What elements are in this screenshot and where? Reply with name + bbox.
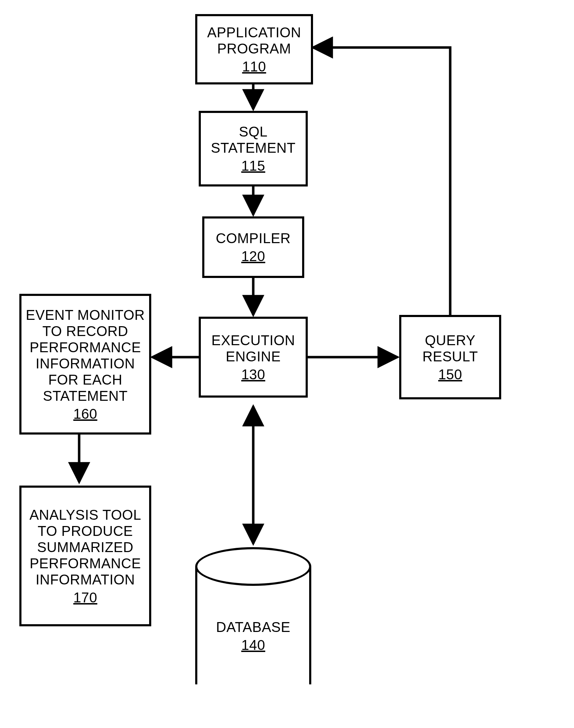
node-ref: 150 [438,367,462,382]
node-ref: 140 [241,637,265,653]
node-label: APPLICATIONPROGRAM [207,24,301,57]
node-application-program: APPLICATIONPROGRAM 110 [195,14,313,84]
node-event-monitor: EVENT MONITORTO RECORDPERFORMANCEINFORMA… [19,294,151,435]
node-label: SQLSTATEMENT [211,124,296,156]
node-execution-engine: EXECUTIONENGINE 130 [199,317,308,398]
node-analysis-tool: ANALYSIS TOOLTO PRODUCESUMMARIZEDPERFORM… [19,486,151,626]
node-label: COMPILER [216,230,291,246]
node-ref: 170 [73,590,97,606]
node-label: EXECUTIONENGINE [211,332,295,365]
node-ref: 115 [241,158,265,174]
node-label: QUERYRESULT [422,332,478,365]
node-label: ANALYSIS TOOLTO PRODUCESUMMARIZEDPERFORM… [30,507,141,588]
node-label: DATABASE [216,619,290,635]
node-query-result: QUERYRESULT 150 [399,315,501,399]
node-ref: 110 [242,59,266,75]
node-label: EVENT MONITORTO RECORDPERFORMANCEINFORMA… [26,307,145,404]
node-compiler: COMPILER 120 [202,216,304,278]
node-ref: 130 [241,367,265,382]
node-ref: 160 [73,406,97,422]
node-ref: 120 [241,248,265,264]
node-database: DATABASE 140 [195,547,311,698]
node-sql-statement: SQLSTATEMENT 115 [199,111,308,186]
diagram-canvas: APPLICATIONPROGRAM 110 SQLSTATEMENT 115 … [0,0,574,728]
